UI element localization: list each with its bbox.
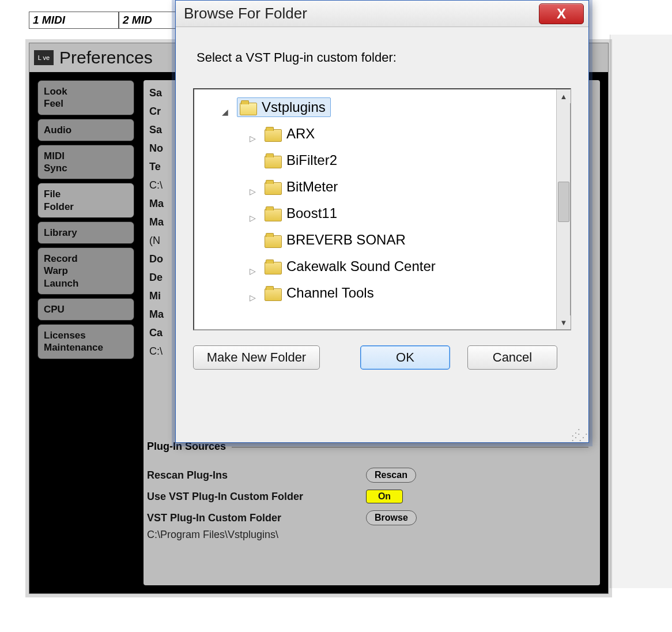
background-window-ghost <box>610 35 672 588</box>
scroll-up-icon[interactable]: ▲ <box>557 89 571 103</box>
dialog-titlebar[interactable]: Browse For Folder X <box>176 1 588 27</box>
folder-icon <box>265 259 281 273</box>
expander-right-icon[interactable] <box>250 261 260 272</box>
tree-root-row[interactable]: Vstplugins <box>201 94 554 121</box>
tree-item-label: BitMeter <box>286 179 338 195</box>
folder-icon <box>265 286 281 300</box>
folder-icon <box>265 233 281 247</box>
midi-tab-1[interactable]: 1 MIDI <box>29 12 119 29</box>
folder-icon <box>265 153 281 167</box>
plugin-sources-section: Plug-In Sources <box>147 447 588 460</box>
tree-item[interactable]: BREVERB SONAR <box>201 227 554 253</box>
folder-icon <box>265 180 281 194</box>
sidebar-item-licenses-maintenance[interactable]: Licenses Maintenance <box>37 324 134 359</box>
sidebar-item-midi-sync[interactable]: MIDI Sync <box>37 145 134 180</box>
browse-button[interactable]: Browse <box>366 510 417 525</box>
app-logo: L ve <box>34 50 54 65</box>
tree-item[interactable]: BiFilter2 <box>201 147 554 174</box>
dialog-title: Browse For Folder <box>184 5 307 22</box>
ok-button[interactable]: OK <box>360 345 450 370</box>
tree-item[interactable]: BitMeter <box>201 174 554 200</box>
expander-right-icon[interactable] <box>250 129 260 139</box>
close-icon: X <box>557 6 566 22</box>
preferences-sidebar: Look Feel Audio MIDI Sync File Folder Li… <box>37 80 134 585</box>
vst-custom-folder-path: C:\Program Files\Vstplugins\ <box>147 529 278 541</box>
folder-icon <box>265 127 281 141</box>
hidden-settings-fragment: Sa Cr Sa No Te C:\ Ma Ma (N Do De Mi Ma … <box>149 84 164 360</box>
sidebar-item-record-warp-launch[interactable]: Record Warp Launch <box>37 247 134 295</box>
sidebar-item-look-feel[interactable]: Look Feel <box>37 80 134 115</box>
tree-item-label: ARX <box>286 126 315 142</box>
tree-item[interactable]: Cakewalk Sound Center <box>201 253 554 280</box>
close-button[interactable]: X <box>539 3 584 24</box>
expander-down-icon[interactable] <box>222 102 232 112</box>
use-vst-custom-folder-toggle[interactable]: On <box>366 490 403 503</box>
tree-item-label: BREVERB SONAR <box>286 232 406 248</box>
expander-right-icon[interactable] <box>250 182 260 192</box>
expander-none <box>250 155 260 165</box>
tree-item[interactable]: Channel Tools <box>201 280 554 306</box>
vst-custom-folder-label: VST Plug-In Custom Folder <box>147 512 366 524</box>
make-new-folder-button[interactable]: Make New Folder <box>193 345 320 370</box>
folder-icon <box>265 206 281 220</box>
tree-item-label: BiFilter2 <box>286 152 337 168</box>
preferences-title: Preferences <box>59 48 153 67</box>
scroll-down-icon[interactable]: ▼ <box>557 315 571 329</box>
tree-item-label: Boost11 <box>286 205 337 221</box>
folder-tree: Vstplugins ARX BiFilter2 BitMeter <box>193 88 571 330</box>
tree-item-label: Cakewalk Sound Center <box>286 258 436 274</box>
scroll-thumb[interactable] <box>558 182 569 222</box>
expander-none <box>250 235 260 245</box>
expander-right-icon[interactable] <box>250 288 260 298</box>
scrollbar[interactable]: ▲ ▼ <box>556 89 570 329</box>
sidebar-item-file-folder[interactable]: File Folder <box>37 183 134 218</box>
tree-item[interactable]: ARX <box>201 121 554 147</box>
tree-item[interactable]: Boost11 <box>201 200 554 227</box>
rescan-button[interactable]: Rescan <box>366 468 416 483</box>
sidebar-item-cpu[interactable]: CPU <box>37 298 134 321</box>
tree-item-label: Channel Tools <box>286 285 374 301</box>
use-vst-custom-folder-label: Use VST Plug-In Custom Folder <box>147 491 366 503</box>
sidebar-item-audio[interactable]: Audio <box>37 119 134 141</box>
sidebar-item-library[interactable]: Library <box>37 221 134 244</box>
rescan-plugins-label: Rescan Plug-Ins <box>147 469 366 481</box>
cancel-button[interactable]: Cancel <box>467 345 557 370</box>
expander-right-icon[interactable] <box>250 208 260 219</box>
dialog-prompt: Select a VST Plug-in custom folder: <box>197 50 571 65</box>
resize-grip-icon[interactable]: ⋰⋰⋰ <box>571 431 586 440</box>
folder-icon <box>240 100 256 114</box>
tree-root-label: Vstplugins <box>262 99 326 115</box>
browse-for-folder-dialog: Browse For Folder X Select a VST Plug-in… <box>175 0 589 443</box>
